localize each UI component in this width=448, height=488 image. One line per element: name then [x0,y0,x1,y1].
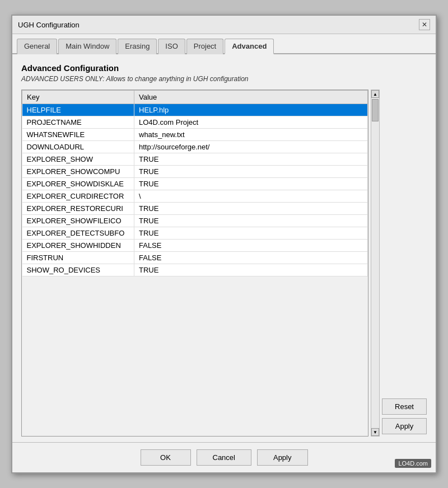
close-button[interactable]: ✕ [419,19,430,30]
scroll-down-arrow[interactable]: ▼ [371,428,379,436]
table-cell-value: \ [134,190,368,203]
table-row[interactable]: EXPLORER_SHOWDISKLAETRUE [22,178,368,190]
table-cell-value: TRUE [134,178,368,190]
content-area: Advanced Configuration ADVANCED USERS ON… [12,54,436,442]
table-row[interactable]: DOWNLOADURLhttp://sourceforge.net/ [22,141,368,153]
table-area: Key Value HELPFILEHELP.hlpPROJECTNAMELO4… [21,90,427,437]
scroll-thumb[interactable] [372,99,379,121]
table-cell-value: http://sourceforge.net/ [134,141,368,153]
table-cell-value: TRUE [134,153,368,166]
tab-general[interactable]: General [17,39,57,54]
section-subtitle: ADVANCED USERS ONLY: Allows to change an… [21,75,427,83]
table-row[interactable]: EXPLORER_SHOWTRUE [22,153,368,166]
table-cell-key: WHATSNEWFILE [22,129,134,141]
table-cell-key: EXPLORER_SHOWDISKLAE [22,178,134,190]
table-row[interactable]: SHOW_RO_DEVICESTRUE [22,264,368,276]
table-cell-key: EXPLORER_SHOWCOMPU [22,166,134,178]
table-cell-key: EXPLORER_SHOW [22,153,134,166]
table-cell-key: FIRSTRUN [22,252,134,264]
tab-project[interactable]: Project [186,39,223,54]
table-row[interactable]: EXPLORER_RESTORECURITRUE [22,203,368,215]
table-cell-value: whats_new.txt [134,129,368,141]
table-row[interactable]: EXPLORER_DETECTSUBFOTRUE [22,227,368,240]
table-cell-key: EXPLORER_SHOWHIDDEN [22,240,134,252]
table-row[interactable]: EXPLORER_CURDIRECTOR\ [22,190,368,203]
watermark: LO4D.com [395,459,431,468]
table-cell-key: EXPLORER_SHOWFILEICO [22,215,134,227]
table-cell-key: EXPLORER_DETECTSUBFO [22,227,134,240]
col-header-value: Value [134,91,368,104]
table-row[interactable]: WHATSNEWFILEwhats_new.txt [22,129,368,141]
table-cell-value: LO4D.com Project [134,116,368,129]
table-row[interactable]: HELPFILEHELP.hlp [22,104,368,116]
tab-erasing[interactable]: Erasing [118,39,157,54]
table-cell-value: FALSE [134,240,368,252]
apply-side-button[interactable]: Apply [382,418,427,434]
side-buttons: Reset Apply [382,90,427,437]
ok-button[interactable]: OK [141,449,191,466]
dialog-window: UGH Configuration ✕ General Main Window … [11,15,437,473]
table-cell-key: DOWNLOADURL [22,141,134,153]
col-header-key: Key [22,91,134,104]
config-table-wrapper: Key Value HELPFILEHELP.hlpPROJECTNAMELO4… [21,90,368,437]
apply-footer-button[interactable]: Apply [257,449,308,466]
table-cell-key: HELPFILE [22,104,134,116]
config-table: Key Value HELPFILEHELP.hlpPROJECTNAMELO4… [22,90,368,276]
scroll-up-arrow[interactable]: ▲ [371,90,379,98]
table-row[interactable]: PROJECTNAMELO4D.com Project [22,116,368,129]
section-title: Advanced Configuration [21,63,427,73]
cancel-button[interactable]: Cancel [197,449,251,466]
table-row[interactable]: EXPLORER_SHOWHIDDENFALSE [22,240,368,252]
table-cell-key: EXPLORER_RESTORECURI [22,203,134,215]
tab-advanced[interactable]: Advanced [225,39,274,54]
table-row[interactable]: EXPLORER_SHOWCOMPUTRUE [22,166,368,178]
tab-iso[interactable]: ISO [158,39,185,54]
table-cell-value: TRUE [134,215,368,227]
table-cell-value: TRUE [134,227,368,240]
table-cell-value: TRUE [134,203,368,215]
titlebar: UGH Configuration ✕ [12,16,436,34]
table-cell-key: EXPLORER_CURDIRECTOR [22,190,134,203]
tab-mainwindow[interactable]: Main Window [58,39,116,54]
table-cell-value: TRUE [134,166,368,178]
table-row[interactable]: FIRSTRUNFALSE [22,252,368,264]
table-cell-key: SHOW_RO_DEVICES [22,264,134,276]
table-cell-value: FALSE [134,252,368,264]
table-row[interactable]: EXPLORER_SHOWFILEICOTRUE [22,215,368,227]
table-cell-key: PROJECTNAME [22,116,134,129]
table-cell-value: HELP.hlp [134,104,368,116]
reset-button[interactable]: Reset [382,398,427,415]
scrollbar[interactable]: ▲ ▼ [371,90,380,437]
footer: OK Cancel Apply [12,442,436,472]
dialog-title: UGH Configuration [18,21,80,29]
tabs-bar: General Main Window Erasing ISO Project … [12,34,436,54]
table-cell-value: TRUE [134,264,368,276]
